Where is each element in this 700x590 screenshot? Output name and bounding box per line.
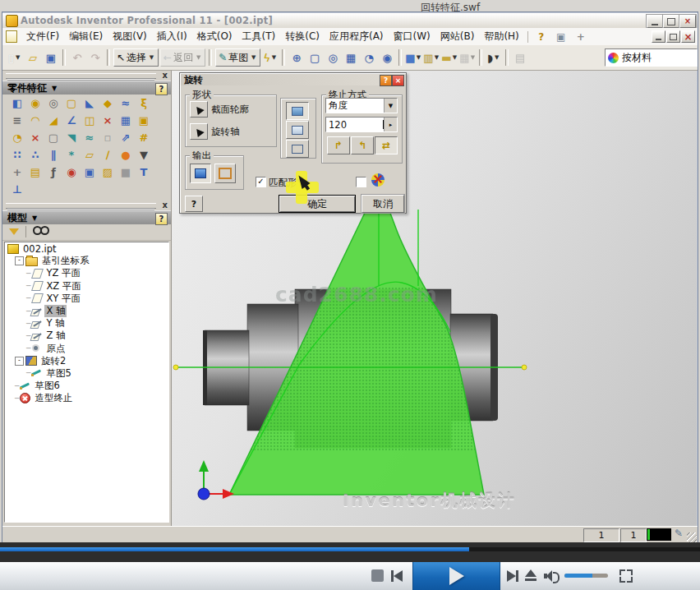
chevron-down-icon[interactable]: ▼	[415, 54, 421, 61]
zoom-window-icon[interactable]: ▢	[306, 48, 324, 67]
ok-button[interactable]: 确定	[279, 195, 356, 213]
model-panel-header[interactable]: 模型 ▼ ?	[2, 210, 171, 224]
new-file-icon[interactable]: ▯▼	[6, 48, 24, 67]
tree-item-7[interactable]: ─Z 轴	[5, 330, 168, 342]
chevron-down-icon[interactable]: ▼	[384, 99, 397, 113]
promote-icon[interactable]: ⇗	[117, 131, 135, 145]
tap-icon[interactable]: T	[135, 165, 153, 180]
parameters-icon[interactable]: ▤	[26, 165, 44, 180]
volume-slider[interactable]	[564, 574, 608, 578]
tree-item-2[interactable]: ─YZ 平面	[5, 267, 168, 279]
material-color-combo[interactable]: 按材料	[605, 48, 698, 67]
zoom-icon[interactable]: ◎	[324, 48, 342, 67]
tree-item-8[interactable]: ─原点	[5, 343, 168, 355]
axis-endpoint[interactable]	[522, 365, 527, 370]
sculpt-icon[interactable]: ◥	[62, 131, 81, 145]
thicken-icon[interactable]: ▣	[135, 113, 153, 128]
playback-progress-track[interactable]	[0, 547, 700, 551]
find-binoculars-icon[interactable]	[33, 226, 49, 237]
menu-item-0[interactable]: 文件(F)	[21, 28, 64, 45]
shaded-display-icon[interactable]: ■▼	[404, 48, 422, 67]
direction2-button[interactable]: ↰	[351, 136, 374, 154]
menu-item-7[interactable]: 应用程序(A)	[325, 28, 389, 45]
tree-item-label[interactable]: 002.ipt	[21, 243, 58, 255]
look-at-icon[interactable]: ◉	[378, 48, 396, 67]
expander-icon[interactable]: -	[15, 256, 24, 265]
restore-button[interactable]	[663, 15, 679, 28]
window-titlebar[interactable]: Autodesk Inventor Professional 11 - [002…	[2, 13, 698, 29]
dialog-more-help-button[interactable]: ?	[185, 196, 203, 212]
insert-ifeature-icon[interactable]: *	[62, 148, 81, 163]
chevron-down-icon[interactable]: ▼	[270, 54, 278, 61]
menu-item-4[interactable]: 格式(O)	[192, 28, 237, 45]
dialog-help-button[interactable]: ?	[380, 75, 392, 86]
folder-icon[interactable]: ▨	[99, 165, 117, 180]
presentation-icon[interactable]: ◗▼	[485, 48, 503, 67]
dialog-titlebar[interactable]: 旋转	[181, 74, 405, 85]
navigator-icon[interactable]: ◉	[62, 165, 81, 180]
tree-item-6[interactable]: ─Y 轴	[5, 317, 168, 330]
features-panel-close-icon[interactable]: x	[163, 71, 168, 80]
stop-button[interactable]	[371, 569, 384, 582]
chevron-down-icon[interactable]: ▼	[433, 54, 440, 61]
tree-item-3[interactable]: ─XZ 平面	[5, 280, 168, 293]
chevron-down-icon[interactable]: ▼	[493, 54, 500, 61]
tree-item-10[interactable]: ─草图5	[5, 367, 168, 380]
eject-button[interactable]	[525, 569, 537, 581]
child-restore-button[interactable]	[666, 30, 680, 43]
play-button[interactable]	[412, 562, 500, 590]
pan-icon[interactable]: ⊕	[288, 48, 306, 67]
menu-item-8[interactable]: 窗口(W)	[389, 28, 435, 45]
operation-cut-button[interactable]	[286, 121, 309, 139]
chamfer-icon[interactable]: ◢	[44, 113, 62, 128]
tree-item-9[interactable]: -旋转2	[5, 355, 168, 367]
midplane-button[interactable]: ⇄	[375, 136, 398, 154]
tree-item-12[interactable]: ─造型终止	[5, 392, 168, 404]
grounded-point-icon[interactable]: +	[8, 165, 26, 180]
model-browser-tree[interactable]: 002.ipt-基引坐标系─YZ 平面─XZ 平面─XY 平面─X 轴─Y 轴─…	[4, 242, 169, 523]
menu-item-5[interactable]: 工具(T)	[237, 28, 281, 45]
fullscreen-button[interactable]	[619, 569, 633, 583]
features-help-button[interactable]: ?	[155, 83, 168, 95]
circular-pattern-icon[interactable]: ∴	[26, 148, 44, 163]
revolve-icon[interactable]: ◉	[26, 96, 44, 111]
thread-icon[interactable]: ≡	[8, 113, 26, 128]
ground-shadow-icon[interactable]: ▬▼	[440, 48, 458, 67]
tree-item-label[interactable]: Y 轴	[44, 317, 66, 330]
select-button[interactable]: ↖选择▼	[113, 48, 159, 67]
hole-icon[interactable]: ◎	[44, 96, 62, 111]
bolt-icon[interactable]: ⊥	[8, 182, 26, 197]
tree-item-5[interactable]: ─X 轴	[5, 305, 168, 317]
sketch-button[interactable]: ✎草图▼	[215, 48, 260, 67]
cancel-button[interactable]: 取消	[362, 195, 404, 213]
select-axis-button[interactable]	[190, 123, 208, 140]
chevron-down-icon[interactable]: ▼	[451, 54, 458, 61]
sweep-icon[interactable]: ≈	[117, 96, 135, 111]
minimize-button[interactable]	[647, 15, 663, 28]
child-close-button[interactable]: ×	[681, 30, 695, 43]
split-icon[interactable]: ◫	[81, 113, 99, 128]
infer-checkbox[interactable]	[356, 177, 366, 187]
extents-type-select[interactable]: 角度 ▼	[325, 98, 398, 113]
tree-item-label[interactable]: 造型终止	[33, 392, 74, 404]
mirror-icon[interactable]: ∥	[44, 148, 62, 163]
rib-icon[interactable]: ◣	[81, 96, 99, 111]
match-shape-checkbox[interactable]: ✓	[256, 177, 266, 187]
dialog-close-button[interactable]: ×	[392, 75, 404, 86]
chevron-down-icon[interactable]: ▼	[250, 54, 257, 61]
previous-button[interactable]	[391, 570, 403, 582]
revolve-dialog[interactable]: 旋转 ? × 形状 截面轮廓 旋转轴 终止方式 角度 ▼ 120 ▸ ↱ ↰ ⇄…	[179, 72, 407, 214]
replace-face-icon[interactable]: ▦	[117, 113, 135, 128]
extrude-icon[interactable]: ◧	[8, 96, 26, 111]
features-panel-header[interactable]: 零件特征 ▼ ?	[2, 81, 171, 94]
close-button[interactable]: ×	[679, 15, 696, 28]
operation-intersect-button[interactable]	[286, 140, 309, 158]
face-draft-icon[interactable]: ∠	[62, 113, 81, 128]
rect-pattern-icon[interactable]: ∷	[8, 148, 26, 163]
stitch-icon[interactable]: ≈	[81, 131, 99, 145]
fillet-icon[interactable]: ◠	[26, 113, 44, 128]
add-icon[interactable]: +	[574, 31, 587, 43]
next-button[interactable]	[507, 570, 518, 582]
boundary-patch-icon[interactable]: ▢	[44, 131, 62, 145]
model-panel-dragbar[interactable]: x	[2, 201, 171, 210]
